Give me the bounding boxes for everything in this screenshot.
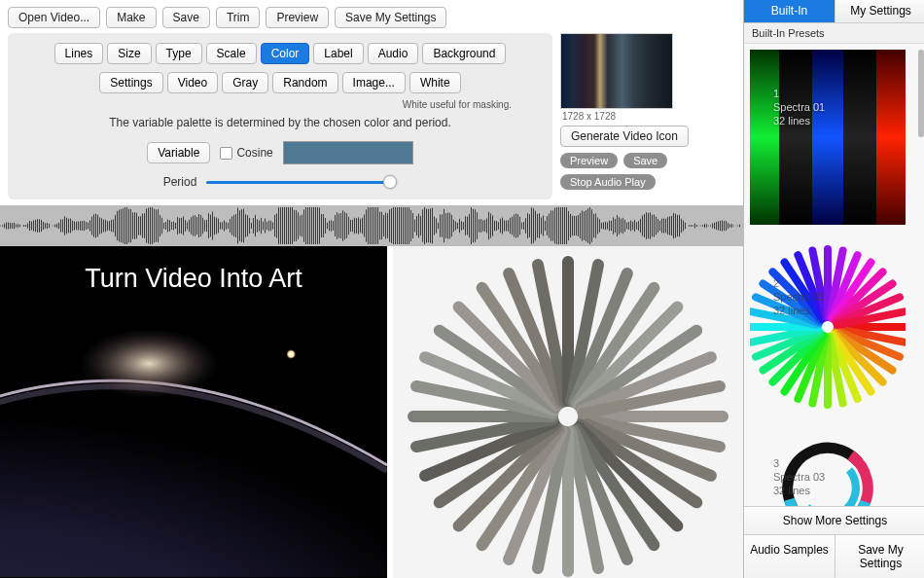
colortab-image[interactable]: Image... [342,72,406,93]
svg-rect-279 [543,216,544,236]
svg-rect-298 [580,213,581,238]
preset-list[interactable]: 1 Spectra 01 32 lines 2 Spectra 02 32 li… [744,44,924,506]
tab-scale[interactable]: Scale [206,43,257,64]
tab-background[interactable]: Background [422,43,506,64]
svg-rect-337 [656,217,657,235]
sidebar-scrollbar[interactable] [918,50,924,137]
slider-thumb[interactable] [383,175,397,189]
make-button[interactable]: Make [106,7,156,28]
svg-rect-167 [325,218,326,234]
audio-samples-button[interactable]: Audio Samples [744,535,835,578]
preset-item[interactable]: 3 Spectra 03 32 lines [750,429,914,506]
tab-lines[interactable]: Lines [54,43,104,64]
svg-rect-103 [200,215,201,236]
svg-rect-97 [189,220,190,232]
svg-rect-185 [360,219,361,234]
colortab-video[interactable]: Video [167,72,218,93]
svg-rect-130 [253,218,254,234]
svg-rect-58 [113,219,114,232]
svg-rect-273 [531,207,532,243]
preset-item[interactable]: 1 Spectra 01 32 lines [750,50,914,228]
property-tabs: Lines Size Type Scale Color Label Audio … [19,43,541,64]
show-more-settings-button[interactable]: Show More Settings [744,507,924,535]
save-button[interactable]: Save [162,7,210,28]
svg-rect-112 [218,219,219,234]
sidebar-tab-builtin[interactable]: Built-In [744,0,835,22]
video-preview-pane[interactable]: Turn Video Into Art [0,246,387,578]
svg-rect-365 [710,226,711,227]
svg-rect-146 [284,207,285,244]
svg-rect-101 [196,217,197,235]
svg-rect-265 [515,213,516,237]
svg-rect-175 [340,213,341,238]
svg-rect-266 [517,214,518,237]
svg-rect-149 [290,207,291,244]
svg-rect-275 [535,211,536,241]
svg-rect-228 [444,209,444,242]
colortab-random[interactable]: Random [272,72,338,93]
audio-waveform[interactable] [0,205,743,246]
svg-rect-133 [259,220,260,231]
colortab-settings[interactable]: Settings [99,72,162,93]
preview-button[interactable]: Preview [266,7,329,28]
svg-rect-236 [459,219,460,233]
tab-size[interactable]: Size [107,43,151,64]
svg-rect-173 [337,212,338,238]
svg-rect-50 [97,215,98,237]
svg-rect-29 [56,224,57,228]
svg-rect-56 [109,221,110,231]
period-slider[interactable] [206,174,397,190]
colortab-white[interactable]: White [409,72,461,93]
control-panel: Lines Size Type Scale Color Label Audio … [8,33,552,199]
svg-rect-140 [272,222,273,229]
generate-video-icon-button[interactable]: Generate Video Icon [560,126,689,147]
preset-name: Spectra 02 [773,290,825,304]
svg-rect-170 [331,220,332,232]
tab-audio[interactable]: Audio [368,43,419,64]
variable-button[interactable]: Variable [147,142,210,163]
icon-preview-button[interactable]: Preview [560,153,618,168]
save-my-settings-button[interactable]: Save My Settings [335,7,446,28]
svg-rect-66 [128,209,129,243]
svg-rect-182 [354,218,355,235]
open-video-button[interactable]: Open Video... [8,7,100,28]
tab-color[interactable]: Color [261,43,310,64]
trim-button[interactable]: Trim [216,7,261,28]
svg-rect-291 [566,207,567,244]
svg-rect-192 [373,207,374,244]
tab-type[interactable]: Type [156,43,202,64]
svg-rect-250 [486,219,487,234]
cosine-checkbox[interactable] [220,147,232,160]
svg-rect-32 [62,219,63,232]
tab-label[interactable]: Label [313,43,363,64]
svg-rect-330 [642,215,643,235]
preset-item[interactable]: 2 Spectra 02 32 lines [750,239,914,417]
svg-rect-199 [387,213,388,238]
sidebar-save-my-settings-button[interactable]: Save My Settings [835,535,924,578]
svg-rect-379 [737,226,738,227]
svg-rect-232 [451,215,452,236]
svg-rect-311 [605,222,606,230]
svg-rect-110 [214,217,215,235]
svg-rect-269 [523,222,524,230]
svg-rect-2 [4,224,5,229]
icon-save-button[interactable]: Save [623,153,667,168]
svg-rect-160 [311,207,312,244]
colortab-gray[interactable]: Gray [222,72,268,93]
svg-rect-249 [484,220,485,232]
svg-rect-126 [245,214,246,237]
svg-rect-341 [663,218,664,233]
art-preview-pane[interactable] [393,246,743,578]
sidebar-tab-mysettings[interactable]: My Settings [835,0,924,22]
mask-hint-text: White useful for masking. [19,99,512,110]
svg-rect-226 [440,214,441,236]
stop-audio-button[interactable]: Stop Audio Play [560,174,656,190]
svg-rect-369 [718,221,719,230]
svg-rect-419 [812,50,843,225]
color-swatch[interactable] [283,141,413,164]
svg-rect-362 [704,224,705,228]
svg-rect-223 [434,217,435,235]
svg-rect-289 [562,207,563,244]
svg-rect-184 [358,217,359,234]
svg-rect-33 [64,216,65,235]
